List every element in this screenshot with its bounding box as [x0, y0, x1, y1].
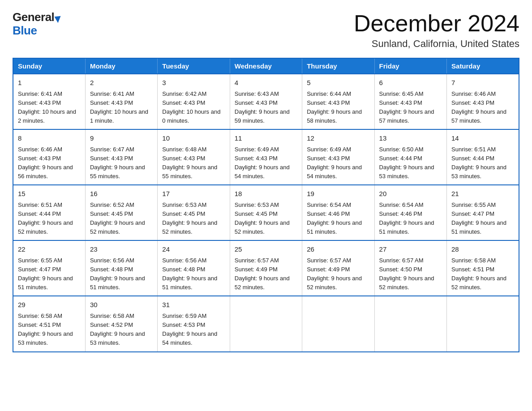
day-info: Sunrise: 6:47 AMSunset: 4:43 PMDaylight:…	[90, 146, 145, 180]
day-number: 29	[18, 300, 81, 310]
day-number: 11	[235, 133, 297, 144]
day-info: Sunrise: 6:59 AMSunset: 4:53 PMDaylight:…	[162, 313, 217, 346]
day-info: Sunrise: 6:57 AMSunset: 4:50 PMDaylight:…	[379, 257, 434, 291]
logo-arrow-icon	[55, 13, 63, 23]
day-number: 21	[451, 189, 514, 199]
calendar-cell: 10 Sunrise: 6:48 AMSunset: 4:43 PMDaylig…	[158, 129, 230, 185]
day-number: 9	[90, 133, 153, 144]
day-info: Sunrise: 6:41 AMSunset: 4:43 PMDaylight:…	[18, 90, 76, 124]
calendar-weekday-friday: Friday	[374, 58, 446, 74]
day-number: 8	[18, 133, 81, 144]
calendar-cell: 19 Sunrise: 6:54 AMSunset: 4:46 PMDaylig…	[302, 185, 374, 240]
calendar-cell: 5 Sunrise: 6:44 AMSunset: 4:43 PMDayligh…	[302, 74, 374, 129]
day-number: 23	[90, 244, 153, 255]
day-info: Sunrise: 6:49 AMSunset: 4:43 PMDaylight:…	[235, 146, 290, 180]
calendar-cell: 9 Sunrise: 6:47 AMSunset: 4:43 PMDayligh…	[85, 129, 157, 185]
day-number: 31	[162, 300, 225, 310]
calendar-cell: 7 Sunrise: 6:46 AMSunset: 4:43 PMDayligh…	[447, 74, 519, 129]
logo: General Blue	[13, 11, 61, 38]
calendar-week-row: 22 Sunrise: 6:55 AMSunset: 4:47 PMDaylig…	[13, 240, 519, 296]
day-number: 6	[379, 78, 442, 88]
calendar-cell: 4 Sunrise: 6:43 AMSunset: 4:43 PMDayligh…	[230, 74, 302, 129]
calendar-cell: 11 Sunrise: 6:49 AMSunset: 4:43 PMDaylig…	[230, 129, 302, 185]
day-info: Sunrise: 6:48 AMSunset: 4:43 PMDaylight:…	[162, 146, 217, 180]
calendar-cell: 20 Sunrise: 6:54 AMSunset: 4:46 PMDaylig…	[374, 185, 446, 240]
logo-general-text: General	[13, 11, 54, 24]
calendar-cell: 26 Sunrise: 6:57 AMSunset: 4:49 PMDaylig…	[302, 240, 374, 296]
calendar-cell: 8 Sunrise: 6:46 AMSunset: 4:43 PMDayligh…	[13, 129, 85, 185]
day-info: Sunrise: 6:57 AMSunset: 4:49 PMDaylight:…	[307, 257, 362, 291]
day-number: 14	[451, 133, 514, 144]
day-info: Sunrise: 6:44 AMSunset: 4:43 PMDaylight:…	[307, 90, 362, 124]
calendar-week-row: 15 Sunrise: 6:51 AMSunset: 4:44 PMDaylig…	[13, 185, 519, 240]
day-info: Sunrise: 6:56 AMSunset: 4:48 PMDaylight:…	[90, 257, 145, 291]
day-number: 24	[162, 244, 225, 255]
day-number: 4	[235, 78, 297, 88]
calendar-cell: 13 Sunrise: 6:50 AMSunset: 4:44 PMDaylig…	[374, 129, 446, 185]
calendar-cell: 12 Sunrise: 6:49 AMSunset: 4:43 PMDaylig…	[302, 129, 374, 185]
day-number: 20	[379, 189, 442, 199]
calendar-weekday-sunday: Sunday	[13, 58, 85, 74]
day-number: 2	[90, 78, 153, 88]
logo-blue-text: Blue	[13, 24, 37, 37]
day-info: Sunrise: 6:46 AMSunset: 4:43 PMDaylight:…	[18, 146, 73, 180]
calendar-week-row: 29 Sunrise: 6:58 AMSunset: 4:51 PMDaylig…	[13, 296, 519, 351]
day-number: 26	[307, 244, 369, 255]
calendar-weekday-thursday: Thursday	[302, 58, 374, 74]
day-info: Sunrise: 6:54 AMSunset: 4:46 PMDaylight:…	[307, 201, 362, 235]
calendar-week-row: 8 Sunrise: 6:46 AMSunset: 4:43 PMDayligh…	[13, 129, 519, 185]
calendar-weekday-wednesday: Wednesday	[230, 58, 302, 74]
calendar-cell: 18 Sunrise: 6:53 AMSunset: 4:45 PMDaylig…	[230, 185, 302, 240]
day-number: 19	[307, 189, 369, 199]
calendar-week-row: 1 Sunrise: 6:41 AMSunset: 4:43 PMDayligh…	[13, 74, 519, 129]
calendar-cell: 27 Sunrise: 6:57 AMSunset: 4:50 PMDaylig…	[374, 240, 446, 296]
calendar-cell: 25 Sunrise: 6:57 AMSunset: 4:49 PMDaylig…	[230, 240, 302, 296]
calendar-cell: 31 Sunrise: 6:59 AMSunset: 4:53 PMDaylig…	[158, 296, 230, 351]
calendar-cell: 28 Sunrise: 6:58 AMSunset: 4:51 PMDaylig…	[447, 240, 519, 296]
day-number: 16	[90, 189, 153, 199]
day-info: Sunrise: 6:55 AMSunset: 4:47 PMDaylight:…	[18, 257, 73, 291]
calendar-cell	[374, 296, 446, 351]
day-info: Sunrise: 6:52 AMSunset: 4:45 PMDaylight:…	[90, 201, 145, 235]
day-number: 7	[451, 78, 514, 88]
calendar-cell	[302, 296, 374, 351]
day-info: Sunrise: 6:56 AMSunset: 4:48 PMDaylight:…	[162, 257, 217, 291]
day-info: Sunrise: 6:54 AMSunset: 4:46 PMDaylight:…	[379, 201, 434, 235]
calendar-cell: 6 Sunrise: 6:45 AMSunset: 4:43 PMDayligh…	[374, 74, 446, 129]
day-info: Sunrise: 6:46 AMSunset: 4:43 PMDaylight:…	[451, 90, 506, 124]
calendar-weekday-monday: Monday	[85, 58, 157, 74]
day-info: Sunrise: 6:58 AMSunset: 4:51 PMDaylight:…	[451, 257, 506, 291]
calendar-cell: 23 Sunrise: 6:56 AMSunset: 4:48 PMDaylig…	[85, 240, 157, 296]
day-number: 15	[18, 189, 81, 199]
calendar-cell: 15 Sunrise: 6:51 AMSunset: 4:44 PMDaylig…	[13, 185, 85, 240]
day-info: Sunrise: 6:45 AMSunset: 4:43 PMDaylight:…	[379, 90, 434, 124]
calendar-weekday-saturday: Saturday	[447, 58, 519, 74]
header: General Blue December 2024 Sunland, Cali…	[13, 11, 519, 50]
page-title: December 2024	[354, 11, 519, 36]
day-info: Sunrise: 6:58 AMSunset: 4:52 PMDaylight:…	[90, 313, 145, 346]
day-info: Sunrise: 6:55 AMSunset: 4:47 PMDaylight:…	[451, 201, 506, 235]
calendar-cell: 3 Sunrise: 6:42 AMSunset: 4:43 PMDayligh…	[158, 74, 230, 129]
calendar-cell: 21 Sunrise: 6:55 AMSunset: 4:47 PMDaylig…	[447, 185, 519, 240]
calendar-cell	[230, 296, 302, 351]
day-info: Sunrise: 6:53 AMSunset: 4:45 PMDaylight:…	[235, 201, 290, 235]
calendar-table: SundayMondayTuesdayWednesdayThursdayFrid…	[13, 58, 519, 352]
calendar-cell: 29 Sunrise: 6:58 AMSunset: 4:51 PMDaylig…	[13, 296, 85, 351]
day-number: 12	[307, 133, 369, 144]
day-number: 22	[18, 244, 81, 255]
calendar-cell: 30 Sunrise: 6:58 AMSunset: 4:52 PMDaylig…	[85, 296, 157, 351]
day-number: 27	[379, 244, 442, 255]
calendar-cell: 16 Sunrise: 6:52 AMSunset: 4:45 PMDaylig…	[85, 185, 157, 240]
day-info: Sunrise: 6:53 AMSunset: 4:45 PMDaylight:…	[162, 201, 217, 235]
day-info: Sunrise: 6:57 AMSunset: 4:49 PMDaylight:…	[235, 257, 290, 291]
title-area: December 2024 Sunland, California, Unite…	[354, 11, 519, 50]
page-subtitle: Sunland, California, United States	[354, 38, 519, 50]
day-number: 28	[451, 244, 514, 255]
day-info: Sunrise: 6:51 AMSunset: 4:44 PMDaylight:…	[451, 146, 506, 180]
day-info: Sunrise: 6:58 AMSunset: 4:51 PMDaylight:…	[18, 313, 73, 346]
calendar-cell: 17 Sunrise: 6:53 AMSunset: 4:45 PMDaylig…	[158, 185, 230, 240]
day-info: Sunrise: 6:49 AMSunset: 4:43 PMDaylight:…	[307, 146, 362, 180]
day-number: 5	[307, 78, 369, 88]
day-info: Sunrise: 6:41 AMSunset: 4:43 PMDaylight:…	[90, 90, 148, 124]
day-number: 10	[162, 133, 225, 144]
